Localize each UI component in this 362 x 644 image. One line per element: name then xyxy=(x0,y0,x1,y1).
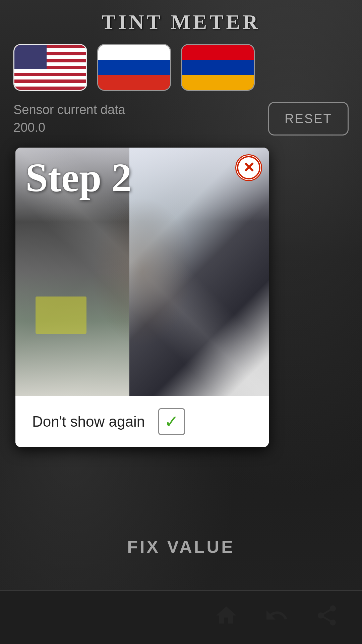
checkmark-icon: ✓ xyxy=(164,413,179,430)
flag-button-ru[interactable] xyxy=(97,44,171,91)
close-icon: ✕ xyxy=(237,156,260,179)
language-row xyxy=(0,34,362,98)
sensor-data: Sensor current data 200.0 xyxy=(13,101,125,137)
sensor-label: Sensor current data xyxy=(13,101,125,119)
flag-button-en[interactable] xyxy=(13,44,87,91)
flag-usa xyxy=(14,45,86,90)
modal-dialog: Step 2 ✕ Don't show again ✓ xyxy=(15,148,269,447)
dont-show-checkbox[interactable]: ✓ xyxy=(158,408,185,435)
flag-armenia xyxy=(182,45,254,90)
fix-value-button[interactable]: FIX VALUE xyxy=(0,537,362,557)
flag-russia xyxy=(98,45,170,90)
sensor-value: 200.0 xyxy=(13,119,125,137)
modal-image: Step 2 ✕ xyxy=(15,148,269,396)
flag-button-am[interactable] xyxy=(181,44,255,91)
close-button[interactable]: ✕ xyxy=(235,154,262,181)
sensor-row: Sensor current data 200.0 RESET xyxy=(0,98,362,143)
app-title: Tint Meter xyxy=(0,0,362,34)
step-label: Step 2 xyxy=(25,158,132,198)
modal-footer: Don't show again ✓ xyxy=(15,396,269,447)
nav-bar-background xyxy=(0,590,362,644)
reset-button[interactable]: RESET xyxy=(268,102,349,136)
dont-show-label: Don't show again xyxy=(32,413,145,430)
